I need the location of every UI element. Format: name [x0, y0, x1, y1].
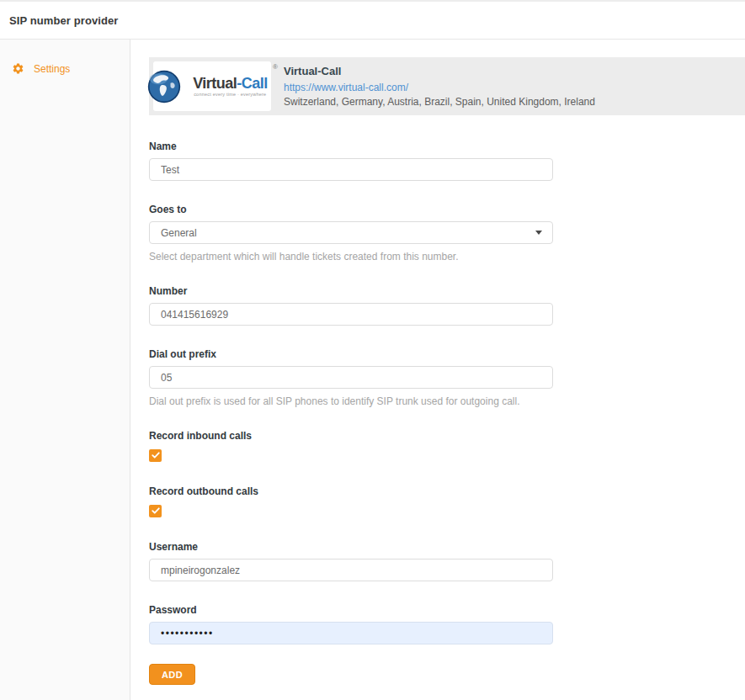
- logo-wordmark: Virtual-Call: [193, 76, 268, 92]
- name-label: Name: [149, 141, 553, 152]
- username-input[interactable]: [149, 559, 553, 581]
- record-outbound-label: Record outbound calls: [149, 485, 553, 497]
- sidebar-item-settings[interactable]: Settings: [0, 57, 130, 80]
- sidebar-item-label: Settings: [34, 63, 70, 75]
- provider-logo: Virtual-Call connect every time · everyw…: [153, 61, 271, 111]
- record-inbound-field-group: Record inbound calls: [149, 430, 553, 463]
- goes-to-field-group: Goes to General Select department which …: [149, 204, 553, 262]
- password-input[interactable]: [149, 622, 553, 644]
- dial-out-prefix-label: Dial out prefix: [149, 348, 553, 360]
- check-icon: [152, 506, 160, 515]
- provider-banner: Virtual-Call connect every time · everyw…: [149, 57, 745, 115]
- provider-url-link[interactable]: https://www.virtual-call.com/: [284, 81, 408, 95]
- provider-countries: Switzerland, Germany, Austria, Brazil, S…: [284, 95, 595, 109]
- page-title: SIP number provider: [9, 14, 119, 27]
- record-inbound-checkbox[interactable]: [149, 449, 162, 462]
- gear-icon: [12, 62, 24, 75]
- dial-out-prefix-helper-text: Dial out prefix is used for all SIP phon…: [149, 395, 553, 407]
- username-field-group: Username: [149, 541, 553, 581]
- password-label: Password: [149, 604, 553, 616]
- check-icon: [152, 451, 160, 459]
- number-field-group: Number: [149, 285, 553, 326]
- goes-to-label: Goes to: [149, 204, 553, 215]
- name-input[interactable]: [149, 158, 553, 181]
- sip-number-form: Name Goes to General Select department w…: [149, 141, 553, 685]
- add-button[interactable]: ADD: [149, 664, 195, 685]
- number-label: Number: [149, 285, 553, 297]
- goes-to-select[interactable]: General: [149, 221, 553, 244]
- dial-out-prefix-field-group: Dial out prefix Dial out prefix is used …: [149, 348, 553, 407]
- logo-tagline: connect every time · everywhere: [194, 92, 266, 96]
- record-outbound-checkbox[interactable]: [149, 505, 162, 517]
- number-input[interactable]: [149, 303, 553, 326]
- globe-icon: [147, 70, 181, 103]
- main-content: Virtual-Call connect every time · everyw…: [130, 40, 745, 700]
- page-header: SIP number provider: [0, 0, 745, 40]
- chevron-down-icon: [535, 231, 542, 235]
- record-inbound-label: Record inbound calls: [149, 430, 553, 442]
- provider-name: Virtual-Call: [284, 64, 595, 79]
- trademark-symbol: ®: [273, 63, 278, 71]
- dial-out-prefix-input[interactable]: [149, 366, 553, 389]
- sidebar: Settings: [0, 40, 130, 700]
- name-field-group: Name: [149, 141, 553, 181]
- username-label: Username: [149, 541, 553, 553]
- password-field-group: Password: [149, 604, 553, 644]
- goes-to-selected-value: General: [161, 227, 197, 239]
- record-outbound-field-group: Record outbound calls: [149, 485, 553, 518]
- goes-to-helper-text: Select department which will handle tick…: [149, 251, 553, 262]
